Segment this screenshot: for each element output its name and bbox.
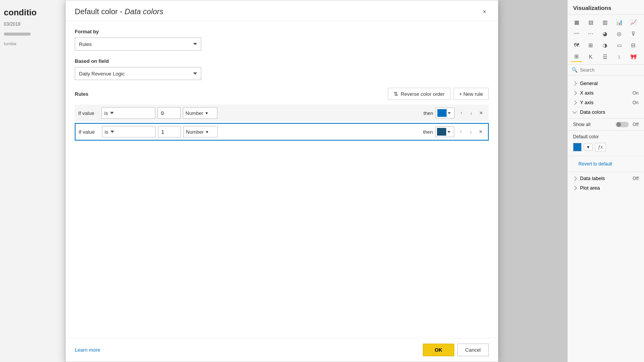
rule2-color-arrow-icon [447, 131, 450, 133]
based-on-field-group: Based on field Daily Revenue Logic [75, 58, 489, 80]
default-color-dropdown-button[interactable]: ▼ [584, 144, 593, 151]
rule2-type-dropdown[interactable]: Number ▼ [183, 126, 218, 138]
rule1-condition-value: is [104, 110, 108, 116]
viz-icon-100-bar[interactable]: ▥ [599, 17, 611, 28]
new-rule-label: + New rule [459, 91, 483, 97]
rule1-if-label: If value [78, 110, 99, 116]
bg-date: 03/2018 [0, 20, 65, 29]
viz-icon-area[interactable]: 〰 [571, 28, 582, 39]
viz-icon-pie[interactable]: ◕ [599, 28, 611, 39]
format-by-value: Rules [79, 41, 92, 47]
based-on-field-arrow-icon [193, 72, 197, 75]
bg-title: conditio [0, 0, 65, 20]
prop-plot-area[interactable]: Plot area [568, 183, 644, 193]
default-color-swatch[interactable] [573, 143, 582, 151]
viz-icon-treemap[interactable]: ⊞ [585, 40, 596, 51]
rule-row-2: If value is Number ▼ then ↑ ↓ ✕ [75, 123, 489, 141]
viz-icon-column[interactable]: 📊 [613, 17, 625, 28]
rule2-condition-value: is [105, 129, 108, 135]
rules-header: Rules ⇅ Reverse color order + New rule [75, 88, 489, 100]
show-all-label: Show all [573, 122, 613, 127]
rule2-color-button[interactable] [435, 126, 454, 137]
divider-4 [568, 172, 644, 172]
rule2-condition-dropdown[interactable]: is [102, 126, 156, 138]
viz-icon-donut[interactable]: ◎ [613, 28, 625, 39]
new-rule-button[interactable]: + New rule [453, 88, 489, 100]
rule2-delete-button[interactable]: ✕ [476, 128, 485, 136]
viz-panel-title: Visualizations [568, 0, 644, 15]
dialog-header: Default color - Data colors × [66, 0, 498, 21]
data-labels-chevron-icon [572, 176, 577, 180]
rule1-condition-dropdown[interactable]: is [102, 107, 155, 119]
background-left-panel: conditio 03/2018 lumbia [0, 0, 65, 362]
rules-label: Rules [75, 91, 88, 97]
ok-button[interactable]: OK [423, 344, 454, 356]
cancel-button[interactable]: Cancel [457, 344, 489, 356]
format-by-label: Format by [75, 29, 489, 34]
viz-icon-gauge[interactable]: ◑ [599, 40, 611, 51]
prop-data-colors[interactable]: Data colors [568, 107, 644, 117]
data-colors-label: Data colors [580, 109, 605, 115]
rule2-then-label: then [423, 129, 433, 135]
rule2-type-value: Number [186, 129, 204, 135]
rule1-type-dropdown[interactable]: Number ▼ [183, 107, 217, 119]
viz-icon-kpi[interactable]: Κ [585, 51, 596, 62]
viz-icon-card[interactable]: ▭ [613, 40, 625, 51]
rule1-value-input[interactable] [158, 107, 181, 119]
viz-icon-matrix[interactable]: ⊞ [571, 51, 582, 62]
viz-icon-bar[interactable]: ▦ [571, 17, 582, 28]
revert-to-default-link[interactable]: Revert to default [573, 160, 618, 168]
viz-icon-line[interactable]: 📈 [628, 17, 639, 28]
default-color-label: Default color [573, 134, 599, 139]
show-all-toggle[interactable] [616, 122, 629, 127]
fx-button[interactable]: ƒx [595, 143, 606, 151]
viz-search-input[interactable] [580, 67, 640, 73]
show-all-toggle-row: Show all Off [568, 120, 644, 129]
rule2-color-swatch [437, 128, 446, 136]
data-colors-chevron-icon [572, 109, 577, 113]
y-axis-chevron-icon [572, 100, 577, 105]
learn-more-link[interactable]: Learn more [75, 347, 100, 353]
viz-icon-waterfall[interactable]: ↕ [613, 51, 625, 62]
general-label: General [580, 80, 598, 86]
based-on-field-value: Daily Revenue Logic [79, 71, 125, 77]
search-icon: 🔍 [572, 67, 578, 73]
viz-properties: General X axis On Y axis On Data colors [568, 75, 644, 196]
viz-icons-grid-1: ▦ ▤ ▥ 📊 📈 〰 ⋯ ◕ ◎ ⊽ 🗺 ⊞ ◑ ▭ ⊟ ⊞ Κ ☰ ↕ 🎀 [568, 15, 644, 65]
footer-buttons: OK Cancel [423, 344, 489, 356]
show-all-value: Off [632, 122, 639, 127]
rule2-move-down-button[interactable]: ↓ [467, 128, 475, 136]
x-axis-chevron-icon [572, 91, 577, 95]
rule2-move-up-button[interactable]: ↑ [457, 128, 465, 136]
format-by-arrow-icon [193, 43, 197, 45]
based-on-field-dropdown[interactable]: Daily Revenue Logic [75, 67, 201, 80]
rule2-type-triangle: ▼ [205, 130, 209, 134]
dialog-footer: Learn more OK Cancel [66, 338, 498, 362]
prop-general[interactable]: General [568, 79, 644, 88]
prop-x-axis[interactable]: X axis On [568, 88, 644, 98]
rule1-type-triangle: ▼ [205, 111, 209, 115]
plot-area-chevron-icon [572, 186, 577, 190]
viz-icon-slicer[interactable]: ☰ [599, 51, 611, 62]
prop-data-labels[interactable]: Data labels Off [568, 174, 644, 183]
format-by-dropdown[interactable]: Rules [75, 38, 201, 51]
viz-icon-map[interactable]: 🗺 [571, 40, 582, 51]
viz-icon-scatter[interactable]: ⋯ [585, 28, 596, 39]
viz-icon-ribbon[interactable]: 🎀 [628, 51, 639, 62]
dialog-close-button[interactable]: × [480, 8, 489, 16]
rule2-value-input[interactable] [158, 126, 181, 138]
prop-y-axis[interactable]: Y axis On [568, 98, 644, 107]
rule1-move-up-button[interactable]: ↑ [457, 109, 465, 117]
viz-icon-stacked-bar[interactable]: ▤ [585, 17, 596, 28]
divider-1 [568, 118, 644, 119]
rule2-if-label: If value [79, 129, 100, 135]
viz-icon-table[interactable]: ⊟ [628, 40, 639, 51]
rule1-move-down-button[interactable]: ↓ [467, 109, 475, 117]
based-on-field-label: Based on field [75, 58, 489, 64]
rule1-color-button[interactable] [435, 108, 455, 118]
rule1-color-arrow-icon [448, 112, 451, 114]
viz-icon-funnel[interactable]: ⊽ [628, 28, 639, 39]
reverse-color-order-button[interactable]: ⇅ Reverse color order [388, 88, 450, 100]
x-axis-label: X axis [580, 90, 593, 96]
rule1-delete-button[interactable]: ✕ [477, 109, 485, 117]
